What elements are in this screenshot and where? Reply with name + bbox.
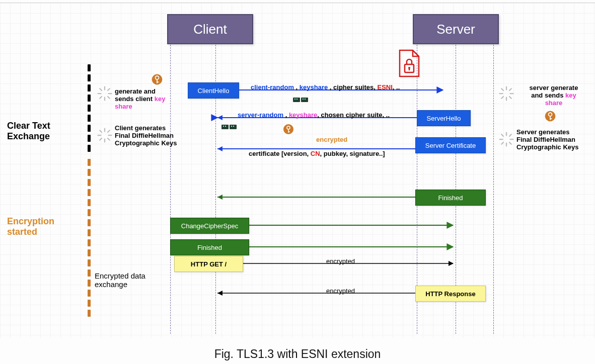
diagram-canvas: Client Server Clear Text Exchange Encryp… [0,0,595,364]
annot-client-finaldh: Client generates Final DiffieHellman Cry… [115,125,177,147]
spinner-icon [499,86,514,101]
lifeline-client-outer [170,42,171,334]
msg-http-response: HTTP Response [415,286,486,302]
lifeline-server-outer [493,42,494,334]
msg-server-finished: Finished [415,190,486,206]
arrow-label-clienthello: client-random , keyshare , cipher suites… [251,83,400,91]
spinner-icon [499,132,514,147]
svg-line-38 [501,142,503,144]
key-icon [151,73,164,86]
ruler-line [0,3,595,3]
svg-line-24 [501,88,503,90]
svg-line-36 [501,134,503,136]
annot-client-gen: generate and sends client key share [115,88,175,111]
spinner-icon [97,128,112,143]
svg-line-19 [108,130,110,132]
arrow-label-httpresp-encrypted: encrypted [326,287,355,295]
svg-line-5 [108,97,110,99]
svg-line-37 [509,142,511,144]
svg-line-16 [100,130,102,132]
annot-server-finaldh: Server generates Final DiffieHellman Cry… [516,129,579,151]
actor-client: Client [167,14,253,44]
annot-server-gen: server generate and sends key share [518,84,589,107]
section-encrypted-data: Encrypted data exchange [95,271,145,289]
svg-line-17 [108,138,110,140]
svg-line-18 [100,138,102,140]
encrypted-document-icon [398,49,421,77]
section-encryption: Encryption started [7,216,54,237]
arrow-label-serverhello: server-random , keyshare, chosen cipher … [238,111,390,119]
svg-line-39 [509,134,511,136]
section-cleartext: Clear Text Exchange [7,121,50,141]
arrow-label-encrypted-top: encrypted [316,136,347,143]
msg-http-get: HTTP GET / [174,256,243,272]
key-icon [544,110,557,123]
annot-text: generate and sends client [115,87,156,103]
msg-client-hello: ClientHello [188,82,239,99]
svg-line-6 [100,97,102,99]
spinner-icon [97,86,112,101]
actor-server: Server [413,14,499,44]
msg-server-cert: Server Certificate [415,137,486,153]
svg-line-7 [108,88,110,90]
msg-client-finished: Finished [170,239,249,255]
arrow-label-certificate: certificate [version, CN, pubkey, signat… [249,150,385,157]
msg-change-cipher: ChangeCipherSpec [170,218,249,234]
msg-server-hello: ServerHello [417,110,471,126]
svg-line-27 [509,88,511,90]
arrow-label-httpget-encrypted: encrypted [326,257,355,265]
svg-line-25 [509,97,511,99]
svg-line-4 [100,88,102,90]
encrypted-label: encrypted [316,136,347,143]
svg-line-26 [501,97,503,99]
figure-caption: Fig. TLS1.3 with ESNI extension [0,347,595,361]
